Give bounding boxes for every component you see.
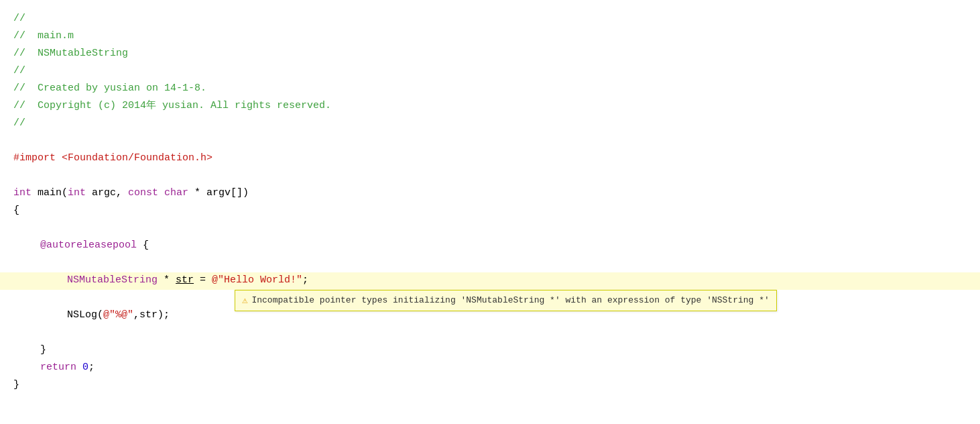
code-plain: * argv[]) bbox=[188, 185, 249, 201]
code-comment: // bbox=[13, 115, 25, 131]
code-comment: // NSMutableString bbox=[13, 46, 128, 62]
code-comment: // bbox=[13, 63, 25, 79]
code-editor: // // main.m // NSMutableString // // Cr… bbox=[0, 0, 980, 424]
code-line-7: // bbox=[0, 115, 980, 133]
code-comment: // main.m bbox=[13, 28, 74, 44]
code-plain: = bbox=[194, 272, 212, 288]
code-line-21: return 0; bbox=[0, 360, 980, 377]
code-comment: // Created by yusian on 14-1-8. bbox=[13, 81, 206, 97]
code-plain: } bbox=[13, 377, 19, 393]
code-line-13 bbox=[0, 220, 980, 237]
code-plain bbox=[76, 360, 82, 376]
code-type: NSMutableString bbox=[67, 272, 158, 288]
code-preprocessor: #import bbox=[13, 150, 62, 166]
code-line-1: // bbox=[0, 11, 980, 28]
warning-icon: ⚠ bbox=[242, 293, 247, 308]
code-keyword: return bbox=[40, 360, 76, 376]
code-line-14: @autoreleasepool { bbox=[0, 237, 980, 255]
code-line-16: NSMutableString * str = @"Hello World!";… bbox=[0, 272, 980, 290]
code-nslog: NSLog( bbox=[67, 307, 103, 323]
warning-message: Incompatible pointer types initializing … bbox=[251, 294, 769, 308]
code-keyword: int bbox=[13, 185, 32, 201]
code-line-22: } bbox=[0, 377, 980, 394]
code-line-8 bbox=[0, 133, 980, 150]
code-string: <Foundation/Foundation.h> bbox=[62, 150, 212, 166]
code-plain: { bbox=[13, 203, 19, 219]
code-line-4: // bbox=[0, 63, 980, 81]
code-comment: // bbox=[13, 11, 25, 27]
code-line-5: // Created by yusian on 14-1-8. bbox=[0, 81, 980, 98]
code-line-2: // main.m bbox=[0, 28, 980, 46]
code-plain: ,str); bbox=[133, 307, 170, 323]
code-line-11: int main(int argc, const char * argv[]) bbox=[0, 185, 980, 203]
code-string: @"Hello World!" bbox=[212, 272, 302, 288]
code-plain: { bbox=[137, 237, 149, 254]
code-plain bbox=[158, 185, 164, 201]
code-line-20: } bbox=[0, 342, 980, 360]
code-keyword: const bbox=[128, 185, 158, 201]
code-plain: * bbox=[158, 272, 176, 288]
code-line-10 bbox=[0, 168, 980, 185]
code-line-3: // NSMutableString bbox=[0, 46, 980, 63]
code-line-15 bbox=[0, 255, 980, 272]
code-line-9: #import <Foundation/Foundation.h> bbox=[0, 150, 980, 168]
code-line-6: // Copyright (c) 2014年 yusian. All right… bbox=[0, 98, 980, 115]
code-plain: ; bbox=[302, 272, 308, 288]
code-var: str bbox=[176, 272, 194, 288]
warning-tooltip: ⚠ Incompatible pointer types initializin… bbox=[235, 290, 777, 311]
code-line-12: { bbox=[0, 203, 980, 220]
code-plain: ; bbox=[88, 360, 95, 376]
code-plain: main( bbox=[32, 185, 68, 201]
code-string: @"%@" bbox=[103, 307, 133, 323]
code-keyword: int bbox=[68, 185, 86, 201]
code-number: 0 bbox=[82, 360, 88, 376]
code-keyword: char bbox=[164, 185, 188, 201]
code-at-keyword: @autoreleasepool bbox=[40, 237, 137, 254]
code-line-19 bbox=[0, 325, 980, 342]
code-comment: // Copyright (c) 2014年 yusian. All right… bbox=[13, 98, 331, 114]
code-plain: argc, bbox=[86, 185, 128, 201]
code-plain: } bbox=[40, 342, 46, 358]
